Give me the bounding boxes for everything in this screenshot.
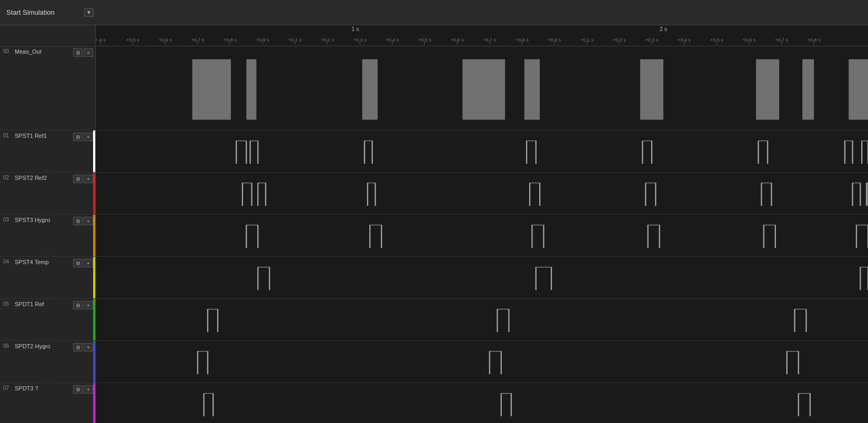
channel-gear-button[interactable]: ⚙ [73, 217, 83, 225]
svg-rect-5 [640, 59, 663, 120]
ruler-tick-line [716, 41, 717, 45]
ruler-tick-line [165, 41, 166, 45]
channel-label: 03SPST3 Hygro⚙+··· [0, 215, 96, 256]
channel-resize-handle[interactable]: ··· [0, 127, 95, 130]
channel-row: 01SPST1 Ref1⚙+··· [0, 130, 868, 173]
waveform-svg [96, 173, 868, 214]
ruler-tick-line [133, 41, 133, 45]
channel-name: SPST4 Temp [15, 259, 73, 265]
channel-number: 02 [3, 175, 12, 180]
channel-add-button[interactable]: + [84, 217, 93, 225]
channel-label: 05SPDT1 Ref⚙+··· [0, 299, 96, 340]
channel-resize-handle[interactable]: ··· [0, 295, 95, 298]
ruler-tick-line [360, 41, 360, 45]
ruler-tick-line [425, 41, 425, 45]
channel-color-bar [93, 46, 95, 130]
ruler-tick-line [327, 41, 328, 45]
channel-row: 03SPST3 Hygro⚙+··· [0, 215, 868, 257]
channel-label: 04SPST4 Temp⚙+··· [0, 257, 96, 298]
waveform-area[interactable] [96, 341, 868, 382]
channel-gear-button[interactable]: ⚙ [73, 301, 83, 309]
ruler-tick-line [522, 41, 522, 45]
channel-gear-button[interactable]: ⚙ [73, 175, 83, 183]
channel-resize-handle[interactable]: ··· [0, 211, 95, 214]
channel-name: SPST2 Ref2 [15, 175, 73, 181]
channel-add-button[interactable]: + [84, 343, 93, 351]
channel-gear-button[interactable]: ⚙ [73, 133, 83, 141]
channel-number: 00 [3, 48, 12, 54]
ruler-tick-line [263, 41, 263, 45]
ruler-tick-line [295, 41, 295, 45]
channel-color-bar [93, 215, 95, 256]
channel-label: 06SPDT2 Hygro⚙+··· [0, 341, 96, 382]
channel-gear-button[interactable]: ⚙ [73, 48, 83, 57]
channel-name: SPDT1 Ref [15, 301, 73, 307]
channel-resize-handle[interactable]: ··· [0, 379, 95, 382]
svg-rect-2 [362, 59, 377, 120]
waveform-area[interactable] [96, 46, 868, 130]
resize-dots-icon: ··· [45, 421, 51, 424]
channel-number: 05 [3, 301, 12, 307]
main-content: 1 s2 s+.4 s+0.5 s+0.6 s+0.7 s+0.8 s+0.9 … [0, 25, 868, 423]
waveform-area[interactable] [96, 173, 868, 214]
channel-label: 07SPDT3 ?⚙+··· [0, 383, 96, 423]
channel-label: 02SPST2 Ref2⚙+··· [0, 173, 96, 214]
channel-label: 00Meas_Out⚙+··· [0, 46, 96, 130]
channel-add-button[interactable]: + [84, 385, 93, 394]
waveform-area[interactable] [96, 257, 868, 298]
channel-icons: ⚙+ [73, 259, 93, 267]
waveform-area[interactable] [96, 215, 868, 256]
waveform-svg [96, 215, 868, 256]
channel-gear-button[interactable]: ⚙ [73, 385, 83, 394]
channel-gear-button[interactable]: ⚙ [73, 259, 83, 267]
ruler-tick-line [651, 41, 652, 45]
svg-rect-4 [524, 59, 540, 120]
ruler-major-label: 1 s [351, 26, 359, 32]
channel-color-bar [93, 383, 95, 423]
waveform-area[interactable] [96, 383, 868, 423]
channel-icons: ⚙+ [73, 48, 93, 57]
channel-add-button[interactable]: + [84, 259, 93, 267]
channel-icons: ⚙+ [73, 343, 93, 351]
channel-color-bar [93, 173, 95, 214]
channel-add-button[interactable]: + [84, 301, 93, 309]
ruler-tick-line [619, 41, 620, 45]
channel-name: SPDT2 Hygro [15, 343, 73, 349]
channel-add-button[interactable]: + [84, 133, 93, 141]
channel-resize-handle[interactable]: ··· [0, 253, 95, 256]
waveform-svg [96, 46, 868, 130]
channels-container: 00Meas_Out⚙+···01SPST1 Ref1⚙+···02SPST2 … [0, 46, 868, 423]
ruler-tick-line [587, 41, 587, 45]
channel-name: SPDT3 ? [15, 385, 73, 391]
channel-row: 00Meas_Out⚙+··· [0, 46, 868, 130]
channel-add-button[interactable]: + [84, 48, 93, 57]
channel-name: SPST3 Hygro [15, 217, 73, 223]
channel-icons: ⚙+ [73, 301, 93, 309]
ruler-tick-line [457, 41, 458, 45]
channel-label: 01SPST1 Ref1⚙+··· [0, 130, 96, 172]
channel-row: 02SPST2 Ref2⚙+··· [0, 173, 868, 215]
channel-row: 05SPDT1 Ref⚙+··· [0, 299, 868, 341]
waveform-area[interactable] [96, 299, 868, 340]
channel-gear-button[interactable]: ⚙ [73, 343, 83, 351]
channel-row: 07SPDT3 ?⚙+··· [0, 383, 868, 423]
waveform-area[interactable] [96, 130, 868, 172]
channel-number: 04 [3, 259, 12, 265]
channel-color-bar [93, 299, 95, 340]
channel-number: 07 [3, 385, 12, 391]
waveform-svg [96, 130, 868, 172]
start-simulation-button[interactable]: Start Simulation [0, 0, 84, 25]
ruler-tick-line [489, 41, 490, 45]
channel-name: SPST1 Ref1 [15, 133, 73, 139]
svg-rect-1 [246, 59, 256, 120]
ruler-tick-line [100, 41, 100, 45]
ruler-tick-line [781, 41, 782, 45]
ruler-tick-line [230, 41, 230, 45]
header: Start Simulation ▼ [0, 0, 868, 25]
channel-resize-handle[interactable]: ··· [0, 337, 95, 340]
channel-resize-handle[interactable]: ··· [0, 169, 95, 172]
channel-add-button[interactable]: + [84, 175, 93, 183]
header-dropdown-arrow[interactable]: ▼ [84, 8, 94, 17]
channel-row: 06SPDT2 Hygro⚙+··· [0, 341, 868, 383]
svg-rect-7 [802, 59, 814, 120]
